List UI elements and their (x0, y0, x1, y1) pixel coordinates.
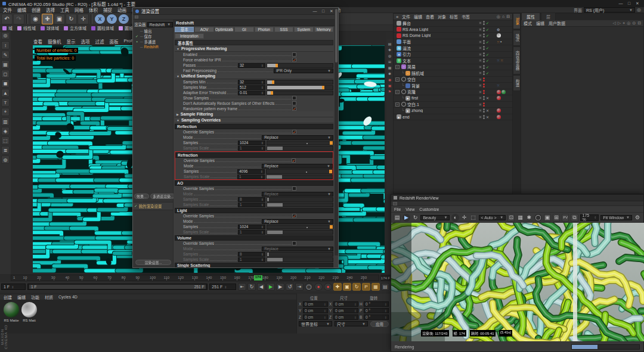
tag-sphere-g[interactable] (501, 90, 506, 94)
effects-button[interactable]: 效果... (134, 194, 149, 199)
menu-item-网格[interactable]: 网格 (75, 7, 83, 13)
tag-dots-o[interactable]: ⁙ (500, 58, 503, 63)
start-ipr-button[interactable]: ▶ (402, 214, 410, 222)
key-parameter-icon[interactable]: P (362, 283, 370, 291)
visibility-dots[interactable] (483, 102, 485, 107)
freeze-icon[interactable]: ✱ (525, 214, 532, 222)
material-menu-Cycles 4D[interactable]: Cycles 4D (58, 295, 78, 299)
go-end-icon[interactable]: ⇥ (295, 283, 304, 291)
bucket-render-icon[interactable]: ◐ (451, 214, 459, 222)
object-row[interactable]: −空白.1 (394, 102, 512, 108)
visibility-dots[interactable] (483, 115, 485, 119)
strip-icon-6[interactable]: ◉ (388, 77, 391, 82)
am-menu-模式[interactable]: 模式 (524, 20, 532, 26)
renderview-title-bar[interactable]: Redshift RenderView (391, 195, 643, 201)
slider-track[interactable] (266, 175, 333, 179)
mode-icon-2[interactable]: ▦ (1, 60, 10, 68)
material-menu-编辑[interactable]: 编辑 (17, 294, 26, 300)
mode-icon-11[interactable]: ≣ (1, 146, 10, 154)
menu-item-动画[interactable]: 动画 (117, 7, 126, 13)
render-settings-preset-button[interactable]: 渲染设置... (135, 260, 171, 265)
rv-menu-File[interactable]: File (394, 207, 401, 211)
layer-dot[interactable] (479, 41, 482, 43)
apply-button[interactable]: 应用 (370, 321, 389, 327)
prev-frame-icon[interactable]: ◀ (257, 283, 265, 291)
layer-dot[interactable] (479, 109, 482, 112)
minimize-button[interactable]: — (617, 1, 625, 6)
visibility-dots[interactable] (483, 21, 485, 25)
value-field[interactable]: 1⇕ (238, 257, 265, 262)
rs-tab-Memory[interactable]: Memory (314, 27, 333, 32)
vis-dot[interactable] (483, 42, 485, 44)
coord-system-dropdown[interactable]: 世界坐标▼ (299, 321, 332, 326)
object-row[interactable]: └▸first✕ (394, 95, 512, 102)
visibility-dots[interactable] (483, 46, 485, 50)
checkbox[interactable] (292, 186, 296, 191)
strip-icon-3[interactable]: ⊞ (388, 60, 391, 64)
coord-value-field[interactable]: 0 cm⇕ (303, 301, 328, 307)
playhead[interactable]: 174 (254, 275, 262, 281)
vis-dot[interactable] (483, 83, 485, 85)
tag-sphere-r[interactable] (497, 90, 501, 94)
rs-tab-SSS[interactable]: SSS (274, 27, 293, 32)
vis-dot[interactable] (483, 92, 485, 94)
mode-dropdown[interactable]: Replace▼ (262, 247, 333, 251)
visibility-dots[interactable] (483, 65, 485, 69)
aov-beauty-dropdown[interactable]: Beauty▼ (420, 215, 450, 220)
field-item-0[interactable]: 域 (2, 25, 13, 31)
menu-item-编辑[interactable]: 编辑 (17, 7, 26, 13)
coord-value-field[interactable]: 0 cm⇕ (303, 308, 328, 313)
mode-icon-12[interactable]: ◍ (1, 155, 10, 164)
vis-dot[interactable] (483, 40, 485, 42)
fold-header-unified-sampling[interactable]: ▼Unified Sampling (175, 73, 333, 79)
vis-dot[interactable] (483, 73, 485, 75)
value-field[interactable]: 8⇕ (238, 252, 265, 257)
tag-sphere-r[interactable] (497, 96, 501, 100)
viewport-menu-摄像机[interactable]: 摄像机 (48, 38, 61, 45)
vis-dot[interactable] (483, 65, 485, 67)
slider-track[interactable] (267, 257, 333, 262)
vis-dot[interactable] (483, 55, 485, 57)
om-menu-文件[interactable]: 文件 (402, 14, 410, 20)
mode-dropdown[interactable]: Replace▼ (262, 135, 333, 140)
tag-sphere-r[interactable] (497, 115, 501, 119)
om-menu-编辑[interactable]: 编辑 (414, 14, 422, 20)
snapshot-icon[interactable]: ▣ (544, 214, 551, 222)
object-row[interactable]: └◦随机域✓ (394, 70, 512, 77)
slider-track[interactable] (267, 63, 333, 68)
rotate-tool-icon[interactable]: ↻ (66, 14, 77, 24)
vis-dot[interactable] (483, 117, 485, 119)
layer-dot[interactable] (479, 84, 482, 87)
settings-tree-输出[interactable]: ─输出 (133, 28, 173, 33)
slider-handle[interactable] (329, 170, 332, 173)
checkbox[interactable]: ✔ (292, 158, 296, 163)
slider-handle[interactable] (330, 141, 333, 145)
object-row[interactable]: ≋湍流✓ (394, 45, 512, 52)
visibility-dots[interactable] (483, 77, 485, 82)
undo-icon[interactable]: ↶ (1, 14, 13, 24)
mode-icon-4[interactable]: ◼ (1, 79, 10, 88)
current-frame-spinner[interactable]: 1 F⇕ (1, 284, 26, 290)
visibility-dots[interactable] (483, 90, 485, 94)
strip-icon-4[interactable]: ▦ (388, 66, 392, 70)
viewport-menu-选项[interactable]: 选项 (81, 38, 90, 45)
key-scale-icon[interactable]: ▣ (343, 283, 351, 291)
dialog-minimize-button[interactable]: — (311, 9, 319, 14)
expander-icon[interactable]: − (395, 90, 400, 94)
checkbox[interactable]: ✔ (292, 58, 296, 62)
object-row[interactable]: RS Area Light✓⚙ (394, 27, 512, 33)
my-render-settings-item[interactable]: ✓我的渲染设置 (133, 202, 173, 210)
object-row[interactable]: ▸end✕ (394, 114, 512, 121)
checkbox[interactable] (292, 52, 296, 57)
vis-dot[interactable] (483, 98, 485, 100)
vtab-构造[interactable]: 构造 (513, 75, 521, 91)
coord-value-field[interactable]: 0 °⇕ (364, 314, 389, 320)
field-item-2[interactable]: 球体域 (41, 25, 59, 31)
rs-tab-AOV[interactable]: AOV (194, 27, 213, 32)
crop-icon[interactable]: ⬚ (470, 214, 477, 222)
material-menu-材质[interactable]: 材质 (45, 294, 53, 300)
menu-item-创建[interactable]: 创建 (32, 7, 41, 13)
viewport-menu-查看[interactable]: 查看 (33, 38, 42, 45)
group-header-refraction[interactable]: Refraction (175, 152, 333, 158)
dialog-preset-icon[interactable] (135, 15, 138, 18)
